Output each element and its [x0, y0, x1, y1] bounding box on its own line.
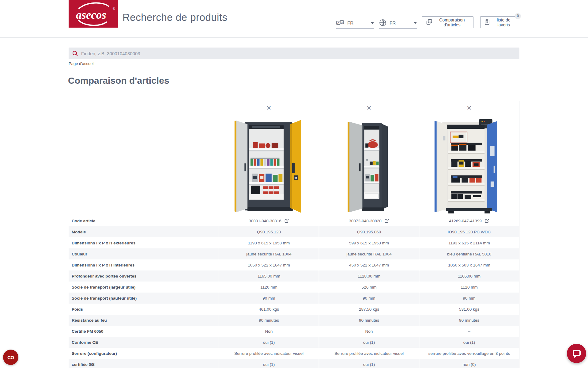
row-label: Code article	[69, 215, 219, 226]
row-value: 30072-040-30820	[319, 215, 419, 226]
svg-text:文: 文	[341, 21, 343, 24]
table-row: Certifié FM 6050 Non Non –	[69, 326, 519, 337]
row-label: Dimensions l x P x H intérieures	[69, 259, 219, 270]
chat-bubble-button[interactable]	[567, 344, 586, 363]
asecos-logo-graphic: asecos ®	[69, 0, 118, 28]
row-value: 450 x 522 x 1647 mm	[319, 259, 419, 270]
favorites-button-label: liste de favoris	[492, 17, 515, 27]
table-row: Code article 30001-040-30816 30072-040-3…	[69, 215, 519, 226]
table-row: Conforme CE oui (1) oui (1) oui (1)	[69, 337, 519, 348]
external-link-icon	[484, 218, 489, 223]
row-value: oui (1)	[319, 359, 419, 368]
product-search-page: asecos ® Recherche de produits A 文 FR FR	[0, 0, 588, 368]
cookie-widget-label: CO	[7, 355, 14, 360]
page-app-title: Recherche de produits	[123, 12, 228, 23]
breadcrumb-home-link[interactable]: Page d'accueil	[69, 61, 94, 66]
row-label: Profondeur avec portes ouvertes	[69, 270, 219, 282]
row-value: 531,00 kgs	[419, 304, 519, 315]
logo-registered-mark: ®	[113, 7, 115, 10]
table-row: Dimensions l x P x H extérieures 1193 x …	[69, 237, 519, 248]
remove-product-1-button[interactable]: ✕	[264, 104, 274, 112]
compare-icon	[426, 19, 432, 26]
asecos-logo[interactable]: asecos ®	[69, 0, 118, 28]
row-label: certifiée GS	[69, 359, 219, 368]
row-value: 1193 x 615 x 1953 mm	[219, 237, 319, 248]
row-value: IO90.195.120.PC.WDC	[419, 226, 519, 237]
product-image-yellow-cabinet: 90	[234, 118, 304, 215]
row-value: Serrure profilée avec indicateur visuel	[319, 348, 419, 359]
language-value: FR	[347, 20, 353, 25]
row-value: 1128,00 mm	[319, 270, 419, 282]
external-link-icon	[284, 218, 289, 223]
remove-product-2-button[interactable]: ✕	[364, 104, 374, 112]
row-value: oui (1)	[219, 359, 319, 368]
page-title: Comparaison d'articles	[68, 75, 169, 86]
row-value: 90 mm	[419, 293, 519, 304]
cookie-widget-button[interactable]: CO	[3, 350, 18, 365]
table-row: Couleur jaune sécurité RAL 1004 jaune sé…	[69, 248, 519, 259]
remove-product-3-button[interactable]: ✕	[464, 104, 474, 112]
search-input[interactable]	[81, 51, 516, 56]
row-label: Couleur	[69, 248, 219, 259]
row-value: oui (1)	[419, 337, 519, 348]
product-image-grey-cabinet	[345, 118, 394, 215]
row-value: 1050 x 522 x 1647 mm	[219, 259, 319, 270]
row-value: jaune sécurité RAL 1004	[319, 248, 419, 259]
clipboard-icon	[484, 19, 490, 26]
row-label: Certifié FM 6050	[69, 326, 219, 337]
language-selector[interactable]: A 文 FR	[336, 17, 374, 29]
table-row: Résistance au feu 90 minutes 90 minutes …	[69, 315, 519, 326]
row-value: 1166,00 mm	[419, 270, 519, 282]
row-label: Poids	[69, 304, 219, 315]
compare-button-label: Comparaison d'articles	[435, 17, 469, 27]
row-label: Modèle	[69, 226, 219, 237]
close-icon: ✕	[266, 105, 272, 111]
close-icon: ✕	[467, 105, 472, 111]
row-label: Conforme CE	[69, 337, 219, 348]
external-link-icon	[384, 218, 389, 223]
row-value: 599 x 615 x 1953 mm	[319, 237, 419, 248]
table-row: Dimensions l x P x H intérieures 1050 x …	[69, 259, 519, 270]
chat-icon	[572, 349, 581, 358]
chevron-down-icon	[413, 22, 417, 24]
row-value: Q90.195.120	[219, 226, 319, 237]
row-value: oui (1)	[219, 337, 319, 348]
favorites-count-badge: 0	[515, 13, 521, 19]
search-bar	[69, 48, 519, 59]
row-value: bleu gentiane RAL 5010	[419, 248, 519, 259]
region-value: FR	[390, 20, 396, 25]
breadcrumb: Page d'accueil	[69, 61, 94, 66]
product-image-blue-cabinet	[433, 118, 505, 215]
row-value: 1165,00 mm	[219, 270, 319, 282]
row-value: jaune sécurité RAL 1004	[219, 248, 319, 259]
row-value: 90 mm	[319, 293, 419, 304]
close-icon: ✕	[367, 105, 372, 111]
favorites-button[interactable]: liste de favoris 0	[480, 16, 519, 28]
svg-text:90: 90	[295, 177, 297, 179]
row-value: oui (1)	[319, 337, 419, 348]
search-icon	[72, 51, 78, 56]
row-value: 461,00 kgs	[219, 304, 319, 315]
row-label: Dimensions l x P x H extérieures	[69, 237, 219, 248]
row-value: 30001-040-30816	[219, 215, 319, 226]
article-code-link[interactable]: 41269-047-41399	[449, 218, 489, 223]
row-value: 526 mm	[319, 282, 419, 293]
logo-text: asecos	[76, 9, 106, 21]
row-value: 1050 x 503 x 1647 mm	[419, 259, 519, 270]
comparison-table: ✕	[69, 101, 519, 368]
row-value: 90 minutes	[319, 315, 419, 326]
product-column-1: ✕	[219, 101, 319, 215]
region-selector[interactable]: FR	[379, 17, 417, 29]
product-column-2: ✕	[319, 101, 419, 215]
article-code-link[interactable]: 30001-040-30816	[249, 218, 289, 223]
header-divider	[0, 37, 588, 38]
row-value: Serrure profilée avec indicateur visuel	[219, 348, 319, 359]
compare-button[interactable]: Comparaison d'articles	[422, 16, 473, 28]
article-code-link[interactable]: 30072-040-30820	[349, 218, 389, 223]
table-row: Socle de transport (hauteur utile) 90 mm…	[69, 293, 519, 304]
row-label: Résistance au feu	[69, 315, 219, 326]
globe-icon	[379, 19, 386, 26]
svg-text:A: A	[337, 21, 340, 25]
row-value: Q90.195.060	[319, 226, 419, 237]
row-value: 1193 x 615 x 2114 mm	[419, 237, 519, 248]
